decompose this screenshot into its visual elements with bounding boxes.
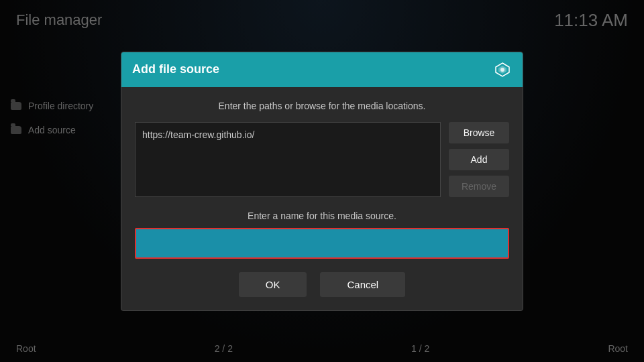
add-button[interactable]: Add xyxy=(449,149,509,170)
paths-buttons: Browse Add Remove xyxy=(449,122,509,197)
modal-overlay: Add file source Enter the paths or brows… xyxy=(0,0,644,362)
kodi-logo-icon xyxy=(493,60,512,79)
paths-instruction: Enter the paths or browse for the media … xyxy=(135,101,509,111)
remove-button[interactable]: Remove xyxy=(449,176,509,197)
name-instruction: Enter a name for this media source. xyxy=(135,210,509,221)
dialog-body: Enter the paths or browse for the media … xyxy=(121,87,523,310)
dialog-title: Add file source xyxy=(132,62,219,76)
ok-button[interactable]: OK xyxy=(239,272,307,297)
name-input-wrapper xyxy=(135,228,509,259)
svg-point-2 xyxy=(500,68,504,72)
path-entry: https://team-crew.github.io/ xyxy=(142,129,433,140)
add-file-source-dialog: Add file source Enter the paths or brows… xyxy=(121,52,523,311)
dialog-header: Add file source xyxy=(121,52,523,87)
paths-list: https://team-crew.github.io/ xyxy=(135,122,441,197)
browse-button[interactable]: Browse xyxy=(449,122,509,143)
dialog-action-buttons: OK Cancel xyxy=(135,272,509,297)
name-input[interactable] xyxy=(136,229,508,257)
paths-area: https://team-crew.github.io/ Browse Add … xyxy=(135,122,509,197)
cancel-button[interactable]: Cancel xyxy=(320,272,405,297)
kodi-svg xyxy=(494,62,511,78)
